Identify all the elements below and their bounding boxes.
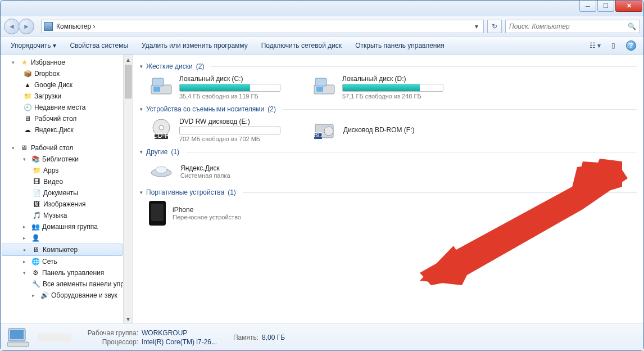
collapse-icon[interactable]: ▾ [140,64,143,69]
sidebar-item-user[interactable]: ▸👤 [1,232,133,244]
minimize-button[interactable]: ─ [579,1,596,12]
sidebar-item-all-cp[interactable]: 🔧Все элементы панели управле [1,278,133,290]
drive-c-label: Локальный диск (C:) [179,75,295,83]
drive-c-free: 35,4 ГБ свободно из 119 ГБ [179,93,295,100]
sidebar-item-network[interactable]: ▸🌐Сеть [1,256,133,267]
organize-menu[interactable]: Упорядочить ▾ [5,39,62,52]
scroll-thumb[interactable] [125,65,131,98]
address-dropdown-icon[interactable]: ▾ [472,22,481,30]
nav-arrows: ◄ ► [4,18,38,35]
scroll-down-icon[interactable]: ▾ [124,314,133,323]
svg-rect-20 [10,330,24,339]
scroll-up-icon[interactable]: ▴ [124,55,133,64]
preview-pane-button[interactable]: ▯ [605,39,621,52]
video-icon: 🎞 [32,177,41,186]
music-icon: 🎵 [32,211,41,220]
forward-button[interactable]: ► [19,19,34,34]
collapse-icon[interactable]: ▾ [140,190,143,195]
section-hard-drives[interactable]: ▾ Жесткие диски (2) [140,62,637,70]
pictures-icon: 🖼 [32,200,41,209]
memory-value: 8,00 ГБ [262,334,285,341]
maximize-button[interactable]: ☐ [597,1,614,12]
star-icon: ★ [20,58,29,67]
drive-e-free: 702 МБ свободно из 702 МБ [179,136,295,142]
yandex-icon: ☁ [23,125,32,134]
help-icon: ? [626,40,636,51]
sidebar-item-video[interactable]: 🎞Видео [1,176,133,187]
favorites-group[interactable]: ▾★Избранное [1,57,133,68]
status-name-blur [38,334,71,341]
computer-large-icon [6,326,30,349]
drive-e-label: DVD RW дисковод (E:) [179,118,295,125]
sidebar-item-dropbox[interactable]: 📦Dropbox [1,68,133,79]
close-button[interactable]: ✕ [615,1,642,12]
drive-e-bar [179,127,280,134]
cp-all-icon: 🔧 [32,280,40,289]
cpu-label: Процессор: [79,338,138,346]
bdrom-icon: BD [312,119,337,141]
section-other[interactable]: ▾ Другие (1) [140,148,637,156]
yandex-disk-item[interactable]: Яндекс.Диск Системная папка [149,158,295,185]
drive-d-free: 57,1 ГБ свободно из 248 ГБ [342,93,458,100]
hdd-icon [149,75,174,97]
sidebar-item-hardware-sound[interactable]: ▸🔊Оборудование и звук [1,290,133,301]
view-options-button[interactable]: ☷ ▾ [587,39,603,52]
phone-icon [149,201,166,226]
svg-point-15 [156,166,167,173]
uninstall-program-button[interactable]: Удалить или изменить программу [136,39,253,52]
svg-rect-1 [153,87,160,92]
sidebar-item-apps[interactable]: 📁Apps [1,165,133,176]
drive-c[interactable]: Локальный диск (C:) 35,4 ГБ свободно из … [149,73,295,102]
search-box[interactable]: 🔍 [505,20,640,33]
iphone-label: iPhone [173,206,241,214]
navbar: ◄ ► Компьютер › ▾ ↻ 🔍 [1,16,643,37]
svg-text:CD-R: CD-R [153,132,170,140]
search-input[interactable] [509,22,628,30]
sidebar-item-homegroup[interactable]: ▸👥Домашняя группа [1,221,133,232]
sidebar-item-computer[interactable]: ▸🖥Компьютер [2,244,123,256]
sidebar-item-music[interactable]: 🎵Музыка [1,210,133,221]
sidebar-scrollbar[interactable]: ▴ ▾ [123,55,133,323]
drive-e[interactable]: CD-R DVD RW дисковод (E:) 702 МБ свободн… [149,115,295,145]
help-button[interactable]: ? [623,39,639,52]
sidebar-item-pictures[interactable]: 🖼Изображения [1,199,133,210]
svg-text:BD: BD [314,131,323,139]
cpu-value: Intel(R) Core(TM) i7-26... [142,338,217,346]
open-control-panel-button[interactable]: Открыть панель управления [350,39,450,52]
sidebar-item-control-panel[interactable]: ▾⚙Панель управления [1,267,133,278]
dropbox-icon: 📦 [23,69,32,78]
svg-point-7 [159,125,164,130]
control-panel-icon: ⚙ [31,268,40,277]
sidebar-item-google-disk[interactable]: ▲Google Диск [1,79,133,91]
collapse-icon[interactable]: ▾ [140,106,143,112]
sidebar-item-documents[interactable]: 📄Документы [1,187,133,199]
toolbar: Упорядочить ▾ Свойства системы Удалить и… [1,37,643,55]
sidebar-item-downloads[interactable]: 📁Загрузки [1,91,133,102]
svg-rect-4 [316,87,323,92]
desktop-icon: 🖥 [20,143,29,152]
libraries-group[interactable]: ▾📚Библиотеки [1,154,133,165]
sidebar-item-recent[interactable]: 🕘Недавние места [1,102,133,113]
collapse-icon[interactable]: ▾ [140,149,143,155]
computer-icon: 🖥 [31,245,40,254]
drive-d-label: Локальный диск (D:) [342,75,458,83]
sidebar-item-desktop-fav[interactable]: 🖥Рабочий стол [1,113,133,124]
iphone-item[interactable]: iPhone Переносное устройство [149,199,295,228]
drive-d[interactable]: Локальный диск (D:) 57,1 ГБ свободно из … [312,73,458,102]
documents-icon: 📄 [32,188,41,197]
refresh-button[interactable]: ↻ [487,20,502,33]
iphone-sub: Переносное устройство [173,214,241,220]
back-button[interactable]: ◄ [4,19,20,34]
sidebar-item-yandex-disk-fav[interactable]: ☁Яндекс.Диск [1,124,133,136]
desktop-group[interactable]: ▾🖥Рабочий стол [1,142,133,154]
section-portable[interactable]: ▾ Портативные устройства (1) [140,188,637,196]
address-bar[interactable]: Компьютер › ▾ [41,20,484,33]
map-network-drive-button[interactable]: Подключить сетевой диск [256,39,347,52]
drive-f[interactable]: BD Дисковод BD-ROM (F:) [312,115,458,145]
section-removable[interactable]: ▾ Устройства со съемными носителями (2) [140,105,637,113]
system-properties-button[interactable]: Свойства системы [64,39,134,52]
search-icon[interactable]: 🔍 [628,22,636,30]
computer-icon [44,22,53,31]
workgroup-label: Рабочая группа: [79,329,138,337]
gdrive-icon: ▲ [23,80,32,89]
